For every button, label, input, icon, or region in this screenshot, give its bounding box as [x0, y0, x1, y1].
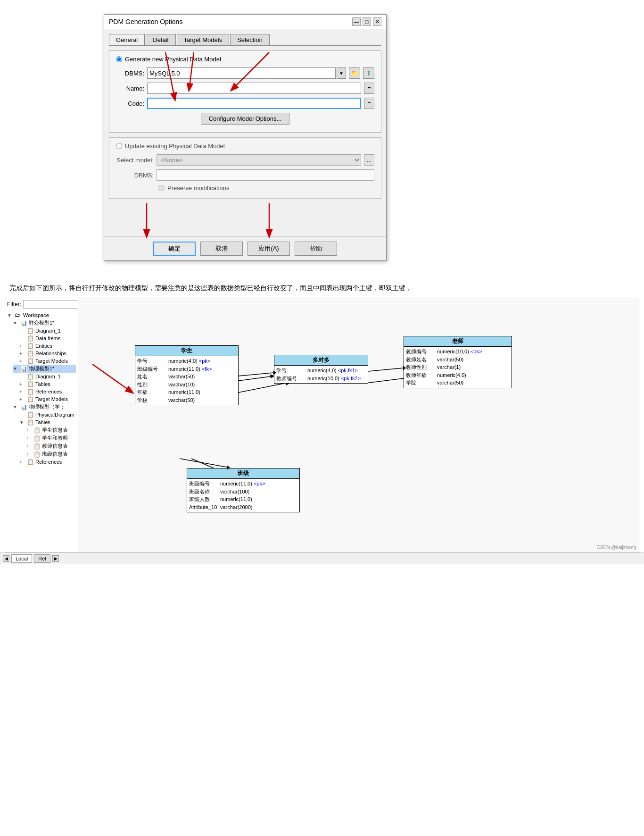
update-dbms-label: DBMS:: [116, 172, 154, 179]
table-row: 教师编号 numeric(10,0) <pk>: [406, 348, 510, 356]
table-row: 教师年龄 numeric(4,0): [406, 371, 510, 379]
update-dbms-row: DBMS:: [116, 169, 374, 181]
close-button[interactable]: ✕: [373, 17, 381, 26]
tree-item[interactable]: +📋学生信息表: [26, 426, 76, 434]
class-table-header: 班级: [187, 468, 299, 479]
ref-tab[interactable]: Ref: [34, 554, 50, 563]
table-row: 教师姓名 varchar(50): [406, 356, 510, 364]
confirm-button[interactable]: 确定: [153, 242, 196, 256]
code-row: Code: 物理模型1 =: [116, 98, 374, 109]
tree-item[interactable]: 📋Data Items: [19, 334, 76, 342]
table-row: Attribute_10 varchar(2000): [189, 503, 297, 511]
tab-selection[interactable]: Selection: [230, 34, 269, 45]
filter-input[interactable]: [23, 300, 78, 309]
table-row: 学号 numeric(4,0) <pk,fk1>: [276, 367, 366, 375]
physmodel1-icon: 📊: [20, 366, 28, 372]
code-input[interactable]: 物理模型1: [147, 98, 361, 109]
physmodel1-label: 物理模型1*: [29, 365, 54, 372]
dbms-dropdown-arrow[interactable]: ▼: [337, 67, 346, 79]
model1-icon: 📊: [20, 320, 28, 326]
update-dbms-input[interactable]: [157, 169, 374, 181]
tree-item[interactable]: 📋Diagram_1: [19, 327, 76, 334]
tree-item[interactable]: ▼📋Tables: [19, 418, 76, 426]
scroll-right-btn[interactable]: ▶: [52, 555, 59, 562]
generate-new-radio[interactable]: [116, 56, 122, 62]
dialog-tabs: General Detail Target Models Selection: [109, 34, 381, 46]
student-table: 学生 学号 numeric(4,0) <pk> 班级编号 numeric(11,…: [135, 345, 239, 405]
table-row: 教师编号 numeric(10,0) <pk,fk2>: [276, 375, 366, 383]
dbms-select[interactable]: MySQL 5.0: [147, 67, 336, 79]
diagram-canvas: 学生 学号 numeric(4,0) <pk> 班级编号 numeric(11,…: [78, 298, 639, 552]
tree-item[interactable]: 📋PhysicalDiagram: [19, 411, 76, 418]
apply-button[interactable]: 应用(A): [248, 242, 290, 256]
pdm-dialog: PDM Generation Options — □ ✕ General Det…: [104, 14, 387, 261]
tree-item[interactable]: +📋References: [19, 458, 76, 466]
tree-item[interactable]: ▼ 🗂 Workspace: [7, 311, 76, 319]
model1-expander[interactable]: ▼: [13, 320, 19, 326]
tree-item[interactable]: ▼ 📊 群众模型1*: [13, 319, 76, 327]
code-label: Code:: [116, 100, 144, 107]
table-row: 班级名称 varchar(100): [189, 488, 297, 496]
workspace-label: Workspace: [23, 312, 49, 318]
tree-item[interactable]: +📋班级信息表: [26, 450, 76, 458]
tree-item[interactable]: +📋References: [19, 388, 76, 395]
generate-new-radio-row: Generate new Physical Data Model: [116, 56, 374, 63]
diagram-red-arrow-svg: [78, 298, 639, 552]
tree-panel[interactable]: Filter: ▼ 🗂 Workspace ▼ 📊 群众模型1* 📋Diagra…: [5, 298, 78, 552]
update-existing-radio[interactable]: [116, 143, 122, 149]
name-label: Name:: [116, 85, 144, 92]
table-row: 性别 varchar(10): [137, 381, 236, 389]
cancel-button[interactable]: 取消: [200, 242, 243, 256]
table-row: 年龄 numeric(11,0): [137, 388, 236, 396]
physmodel2-expander[interactable]: ▼: [13, 404, 19, 410]
tab-general[interactable]: General: [109, 34, 145, 45]
tree-item[interactable]: +📋Entities: [19, 342, 76, 350]
tab-target-models[interactable]: Target Models: [177, 34, 230, 45]
tree-item[interactable]: 📋Diagram_1: [19, 373, 76, 380]
svg-line-4: [239, 383, 286, 393]
arrow-spacer: [109, 203, 381, 232]
model1-label: 群众模型1*: [29, 319, 54, 326]
tree-item[interactable]: ▼ 📊 物理模型1*: [13, 365, 76, 373]
tree-item[interactable]: +📋学生和教师: [26, 434, 76, 442]
physmodel2-label: 物理模型（学：: [29, 403, 65, 410]
table-row: 班级编号 numeric(11,0) <fk>: [137, 365, 236, 373]
table-row: 学校 varchar(50): [137, 396, 236, 404]
middle-table: 多对多 学号 numeric(4,0) <pk,fk1> 教师编号 numeri…: [274, 355, 368, 384]
maximize-button[interactable]: □: [363, 17, 371, 26]
teacher-table-header: 老师: [404, 336, 512, 347]
code-eq-btn[interactable]: =: [364, 98, 374, 109]
svg-line-16: [368, 368, 403, 371]
tab-detail[interactable]: Detail: [146, 34, 175, 45]
class-table-body: 班级编号 numeric(11,0) <pk> 班级名称 varchar(100…: [187, 479, 299, 512]
middle-table-body: 学号 numeric(4,0) <pk,fk1> 教师编号 numeric(10…: [274, 366, 368, 383]
local-tab[interactable]: Local: [11, 554, 32, 563]
tree-item[interactable]: +📋教师信息表: [26, 442, 76, 450]
name-input[interactable]: 物理模型1: [147, 83, 361, 94]
preserve-checkbox[interactable]: [158, 185, 165, 191]
filter-label: Filter:: [7, 301, 21, 308]
configure-btn[interactable]: Configure Model Options...: [201, 113, 290, 125]
table-row: 班级编号 numeric(11,0) <pk>: [189, 480, 297, 488]
dbms-label: DBMS:: [116, 70, 144, 77]
tree-item[interactable]: ▼ 📊 物理模型（学：: [13, 403, 76, 411]
scroll-left-btn[interactable]: ◀: [3, 555, 9, 562]
select-model-label: Select model:: [116, 157, 154, 164]
help-button[interactable]: 帮助: [295, 242, 337, 256]
workspace-expander[interactable]: ▼: [7, 313, 14, 318]
connector-svg: [78, 298, 639, 552]
dbms-folder-btn[interactable]: 📁: [349, 67, 360, 79]
physmodel2-icon: 📊: [20, 404, 28, 410]
table-row: 姓名 varchar(50): [137, 373, 236, 381]
minimize-button[interactable]: —: [352, 17, 361, 26]
physmodel1-expander[interactable]: ▼: [13, 366, 19, 371]
dbms-import-btn[interactable]: ⬆: [363, 67, 374, 79]
tree-item[interactable]: +📋Target Models: [19, 395, 76, 403]
select-model-ellipsis-btn[interactable]: ...: [364, 154, 374, 166]
select-model-dropdown[interactable]: <None>: [157, 154, 361, 166]
svg-line-18: [180, 459, 229, 468]
tree-item[interactable]: +📋Tables: [19, 380, 76, 388]
name-eq-btn[interactable]: =: [364, 83, 374, 94]
tree-item[interactable]: +📋Target Models: [19, 357, 76, 365]
tree-item-relationships[interactable]: +📋Relationships: [19, 350, 76, 357]
